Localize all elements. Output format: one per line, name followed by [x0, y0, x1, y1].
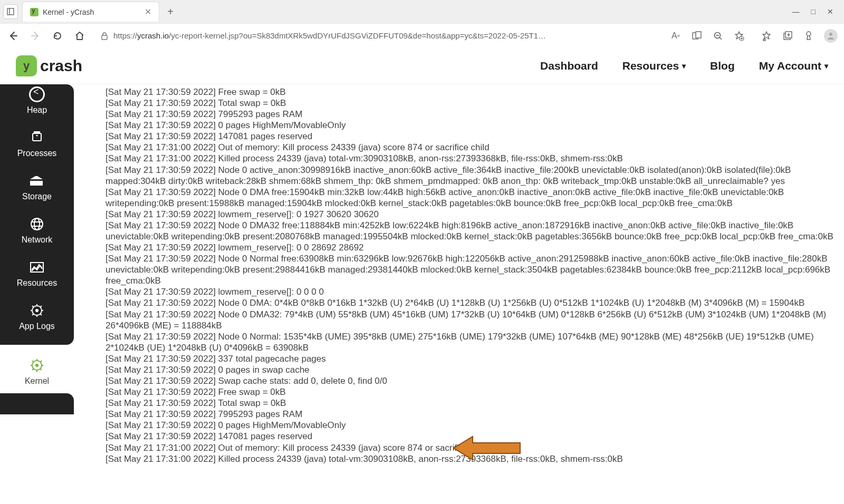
nav-label: Resources [622, 60, 679, 72]
svg-line-39 [40, 306, 42, 307]
sidebar-item-network[interactable]: Network [0, 208, 74, 251]
svg-line-46 [32, 361, 34, 362]
top-nav: y crash Dashboard Resources▾ Blog My Acc… [0, 47, 844, 84]
window-maximize-button[interactable]: □ [811, 7, 816, 16]
svg-rect-24 [30, 179, 43, 181]
lock-icon [101, 32, 108, 40]
rewards-button[interactable] [803, 30, 814, 42]
arrow-right-icon [30, 31, 41, 41]
sidebar-next-group [0, 393, 74, 414]
sidebar-item-resources[interactable]: Resources [0, 251, 74, 294]
trophy-icon [804, 31, 813, 41]
processes-icon [29, 131, 45, 144]
svg-rect-21 [33, 133, 41, 141]
browser-tab[interactable]: Kernel - yCrash ✕ [22, 2, 159, 22]
heap-icon [29, 88, 45, 101]
logo[interactable]: y crash [16, 55, 82, 76]
svg-line-49 [40, 361, 42, 362]
url-text: https://ycrash.io/yc-report-kernel.jsp?o… [113, 31, 656, 40]
arrow-left-icon [8, 31, 18, 41]
sidebar-item-label: Kernel [25, 376, 49, 386]
main-menu: Dashboard Resources▾ Blog My Account▾ [540, 60, 828, 72]
sidebar-item-label: Storage [22, 192, 52, 201]
zoom-out-icon [713, 31, 723, 41]
sidebar-item-label: Heap [27, 105, 47, 115]
sidebar-item-storage[interactable]: Storage [0, 164, 74, 208]
nav-my-account[interactable]: My Account▾ [759, 60, 828, 72]
sidebar-item-kernel[interactable]: Kernel [0, 349, 74, 393]
translate-button[interactable] [691, 30, 703, 42]
page: y crash Dashboard Resources▾ Blog My Acc… [0, 47, 844, 504]
sidebar-item-label: App Logs [19, 322, 55, 331]
tab-bar: Kernel - yCrash ✕ + — □ ✕ [0, 0, 844, 23]
address-bar: https://ycrash.io/yc-report-kernel.jsp?o… [0, 23, 844, 47]
toolbar-icons: A» [670, 29, 838, 43]
profile-button[interactable] [824, 29, 838, 43]
tab-actions-icon [7, 8, 14, 15]
kernel-log-text: [Sat May 21 17:30:59 2022] Free swap = 0… [106, 86, 833, 464]
tab-actions-button[interactable] [3, 4, 18, 19]
chevron-down-icon: ▾ [682, 62, 686, 70]
nav-resources[interactable]: Resources▾ [622, 60, 686, 72]
sidebar-item-label: Resources [17, 278, 57, 288]
svg-point-26 [34, 218, 40, 230]
sidebar-item-app-logs[interactable]: App Logs [0, 294, 74, 337]
window-minimize-button[interactable]: — [792, 7, 800, 16]
svg-line-37 [40, 314, 42, 315]
svg-rect-4 [102, 35, 107, 40]
sidebar-item-label: Network [22, 235, 53, 245]
sidebar-item-processes[interactable]: Processes [0, 121, 74, 164]
collections-button[interactable] [782, 30, 793, 42]
svg-point-41 [35, 364, 39, 367]
nav-label: My Account [759, 60, 821, 72]
refresh-icon [52, 31, 63, 41]
window-close-button[interactable]: ✕ [827, 7, 833, 16]
nav-label: Dashboard [540, 60, 598, 72]
star-lines-icon [761, 31, 772, 41]
nav-blog[interactable]: Blog [710, 60, 735, 72]
nav-dashboard[interactable]: Dashboard [540, 60, 598, 72]
url-field[interactable]: https://ycrash.io/yc-report-kernel.jsp?o… [95, 28, 661, 43]
svg-point-31 [35, 309, 39, 312]
window-controls: — □ ✕ [792, 7, 841, 16]
app-logs-icon [29, 304, 45, 317]
read-aloud-button[interactable]: A» [670, 30, 682, 42]
resources-icon [29, 260, 45, 274]
logo-text: crash [40, 57, 82, 75]
sidebar: Heap Processes Storage Network Resources [0, 84, 74, 504]
home-button[interactable] [73, 29, 87, 43]
svg-rect-0 [7, 8, 14, 15]
svg-point-19 [807, 32, 811, 36]
sidebar-item-label: Processes [17, 149, 57, 158]
tab-title: Kernel - yCrash [43, 8, 140, 16]
refresh-button[interactable] [51, 29, 64, 43]
back-button[interactable] [6, 29, 20, 43]
chevron-down-icon: ▾ [824, 62, 828, 70]
svg-rect-6 [696, 32, 701, 38]
svg-rect-23 [34, 131, 40, 133]
svg-line-38 [32, 314, 34, 315]
svg-point-22 [36, 135, 38, 137]
favicon-icon [30, 8, 39, 16]
svg-line-36 [32, 306, 34, 307]
favorites-button[interactable] [761, 30, 772, 42]
storage-icon [29, 174, 45, 188]
svg-point-20 [829, 33, 832, 36]
browser-chrome: Kernel - yCrash ✕ + — □ ✕ https://ycrash… [0, 0, 844, 47]
network-icon [29, 217, 45, 231]
log-panel: [Sat May 21 17:30:59 2022] Free swap = 0… [74, 84, 844, 504]
person-icon [826, 31, 836, 41]
svg-line-48 [32, 369, 34, 370]
favorite-add-button[interactable] [733, 30, 745, 42]
logo-badge-icon: y [16, 55, 37, 76]
svg-line-9 [720, 37, 722, 40]
tab-close-icon[interactable]: ✕ [145, 7, 151, 17]
svg-line-47 [40, 369, 42, 370]
nav-label: Blog [710, 60, 735, 72]
kernel-icon [29, 358, 45, 372]
zoom-out-button[interactable] [712, 30, 724, 42]
home-icon [74, 31, 85, 41]
forward-button[interactable] [28, 29, 42, 43]
sidebar-item-heap[interactable]: Heap [0, 84, 74, 121]
new-tab-button[interactable]: + [162, 4, 178, 20]
